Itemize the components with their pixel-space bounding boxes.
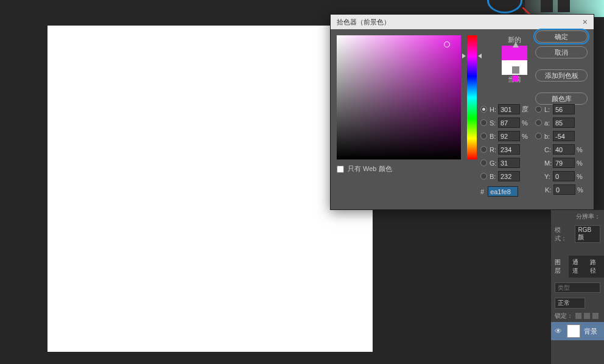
tab-layers[interactable]: 图层 bbox=[551, 256, 569, 278]
ok-button[interactable]: 确定 bbox=[535, 30, 588, 43]
h-input[interactable] bbox=[498, 104, 520, 114]
y-input[interactable] bbox=[553, 171, 575, 181]
lab-b-input[interactable] bbox=[553, 131, 575, 141]
gamut-closest-swatch[interactable] bbox=[512, 53, 518, 59]
layer-name-label: 背景 bbox=[584, 327, 597, 336]
close-icon[interactable]: × bbox=[583, 17, 588, 27]
swatch-icon[interactable] bbox=[558, 0, 570, 12]
resolution-label: 分辨率： bbox=[551, 210, 604, 223]
blend-mode-select[interactable]: 正常 bbox=[555, 298, 585, 309]
c-input[interactable] bbox=[553, 144, 575, 155]
a-radio[interactable] bbox=[535, 119, 542, 126]
hex-label: # bbox=[480, 188, 484, 195]
mode-label: 模式： bbox=[555, 226, 571, 243]
color-libraries-button[interactable]: 颜色库 bbox=[535, 93, 588, 105]
k-input[interactable] bbox=[553, 184, 575, 195]
websafe-warning-icon[interactable] bbox=[512, 66, 519, 74]
layer-row-background[interactable]: 👁 背景 bbox=[551, 322, 604, 340]
lab-b-radio[interactable] bbox=[535, 133, 542, 139]
r-input[interactable] bbox=[498, 144, 520, 155]
lock-icon[interactable] bbox=[575, 313, 581, 319]
mode-select[interactable]: RGB 颜 bbox=[575, 225, 600, 243]
r-radio[interactable] bbox=[480, 146, 487, 153]
lock-label: 锁定： bbox=[555, 312, 573, 320]
websafe-closest-swatch[interactable] bbox=[512, 75, 518, 82]
web-only-label: 只有 Web 颜色 bbox=[348, 164, 392, 173]
gamut-warning-icon[interactable] bbox=[512, 41, 519, 49]
h-label: H: bbox=[490, 106, 498, 113]
layer-search-input[interactable] bbox=[555, 282, 600, 293]
s-radio[interactable] bbox=[480, 119, 487, 126]
visibility-icon[interactable]: 👁 bbox=[555, 327, 563, 335]
color-picker-dialog: 拾色器（前景色） × 新的 当前 确定 取消 添加到色板 颜色库 bbox=[330, 14, 594, 210]
g-radio[interactable] bbox=[480, 159, 487, 166]
cancel-button[interactable]: 取消 bbox=[535, 46, 588, 58]
hue-pointer-right bbox=[478, 54, 482, 58]
b-radio[interactable] bbox=[480, 173, 487, 180]
h-radio[interactable] bbox=[480, 106, 487, 113]
b-input[interactable] bbox=[498, 171, 520, 181]
saturation-value-field[interactable] bbox=[337, 35, 461, 159]
document-canvas[interactable] bbox=[47, 26, 373, 352]
hex-input[interactable] bbox=[488, 186, 518, 197]
s-input[interactable] bbox=[498, 117, 520, 128]
add-swatch-button[interactable]: 添加到色板 bbox=[535, 69, 588, 82]
web-only-checkbox[interactable] bbox=[337, 166, 344, 173]
layer-thumbnail[interactable] bbox=[567, 324, 580, 338]
right-panels: 分辨率： 模式： RGB 颜 图层 通道 路径 正常 锁定： 👁 背景 bbox=[550, 210, 604, 364]
g-input[interactable] bbox=[498, 158, 520, 168]
dialog-titlebar[interactable]: 拾色器（前景色） × bbox=[331, 15, 594, 29]
dialog-title-text: 拾色器（前景色） bbox=[337, 18, 390, 27]
l-radio[interactable] bbox=[535, 106, 542, 113]
l-input[interactable] bbox=[553, 104, 575, 114]
tab-channels[interactable]: 通道 bbox=[569, 256, 586, 278]
sv-cursor bbox=[444, 41, 450, 47]
hue-pointer-left bbox=[462, 54, 466, 58]
br-input[interactable] bbox=[498, 131, 520, 141]
tab-paths[interactable]: 路径 bbox=[586, 256, 604, 278]
br-radio[interactable] bbox=[480, 133, 487, 139]
annotation-circle bbox=[487, 0, 522, 13]
lock-pixel-icon[interactable] bbox=[584, 313, 590, 319]
a-input[interactable] bbox=[553, 117, 575, 128]
hue-slider[interactable] bbox=[467, 35, 477, 159]
lock-position-icon[interactable] bbox=[592, 313, 599, 319]
m-input[interactable] bbox=[553, 158, 575, 168]
